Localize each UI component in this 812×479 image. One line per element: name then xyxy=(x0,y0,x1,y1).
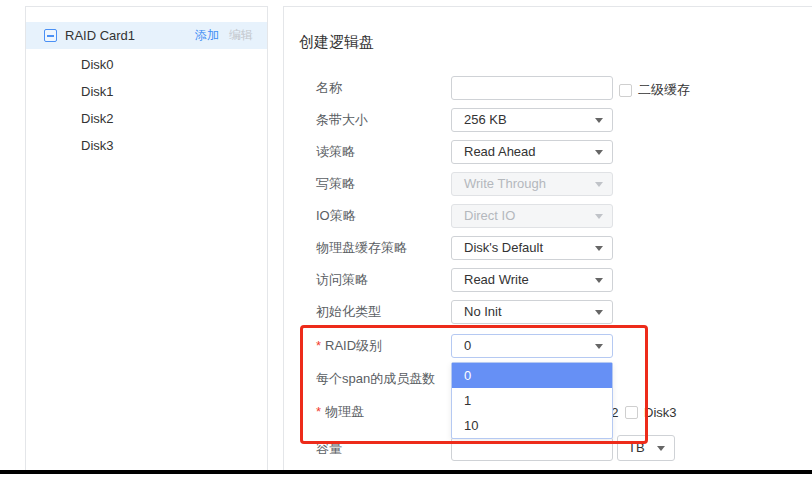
capacity-label: 容量 xyxy=(316,437,342,461)
read-policy-select[interactable]: Read Ahead xyxy=(451,140,613,164)
write-policy-label: 写策略 xyxy=(316,172,355,196)
secondary-cache-checkbox[interactable] xyxy=(619,84,632,97)
chevron-down-icon xyxy=(657,446,665,451)
chevron-down-icon xyxy=(595,118,603,123)
raid-level-option-10[interactable]: 10 xyxy=(452,413,612,438)
chevron-down-icon xyxy=(595,214,603,219)
access-policy-value: Read Write xyxy=(464,272,529,287)
form-row-write-policy: 写策略 Write Through xyxy=(284,172,812,196)
capacity-unit-select[interactable]: TB xyxy=(617,435,675,461)
tree-item-disk3[interactable]: Disk3 xyxy=(26,132,267,159)
physical-disks-label-text: 物理盘 xyxy=(325,404,364,419)
page-title: 创建逻辑盘 xyxy=(299,33,374,52)
stripe-size-label: 条带大小 xyxy=(316,108,368,132)
collapse-minus-icon[interactable] xyxy=(44,29,57,42)
tree-node-raid-card1[interactable]: RAID Card1 添加 编辑 xyxy=(26,22,267,49)
disk-cache-policy-label: 物理盘缓存策略 xyxy=(316,236,407,260)
name-label: 名称 xyxy=(316,76,342,100)
io-policy-select: Direct IO xyxy=(451,204,613,228)
raid-level-value: 0 xyxy=(464,338,471,353)
chevron-down-icon xyxy=(595,150,603,155)
disk3-checkbox-item[interactable]: Disk3 xyxy=(625,405,677,420)
physical-disks-label: *物理盘 xyxy=(316,400,364,424)
stripe-size-value: 256 KB xyxy=(464,112,507,127)
form-row-init-type: 初始化类型 No Init xyxy=(284,300,812,324)
form-row-io-policy: IO策略 Direct IO xyxy=(284,204,812,228)
secondary-cache-label: 二级缓存 xyxy=(638,81,690,99)
read-policy-value: Read Ahead xyxy=(464,144,536,159)
chevron-down-icon xyxy=(595,182,603,187)
chevron-down-icon xyxy=(595,310,603,315)
chevron-down-icon xyxy=(595,246,603,251)
raid-level-option-0[interactable]: 0 xyxy=(452,363,612,388)
raid-level-label: *RAID级别 xyxy=(316,334,382,358)
form-row-stripe-size: 条带大小 256 KB xyxy=(284,108,812,132)
required-asterisk: * xyxy=(316,338,321,353)
stripe-size-select[interactable]: 256 KB xyxy=(451,108,613,132)
disk-cache-policy-select[interactable]: Disk's Default xyxy=(451,236,613,260)
init-type-select[interactable]: No Init xyxy=(451,300,613,324)
form-row-name: 名称 二级缓存 xyxy=(284,76,812,100)
write-policy-select: Write Through xyxy=(451,172,613,196)
init-type-label: 初始化类型 xyxy=(316,300,381,324)
capacity-input[interactable] xyxy=(451,437,613,461)
io-policy-label: IO策略 xyxy=(316,204,356,228)
disk-cache-policy-value: Disk's Default xyxy=(464,240,543,255)
raid-level-dropdown-list: 0 1 10 xyxy=(451,362,613,439)
read-policy-label: 读策略 xyxy=(316,140,355,164)
disk-list: Disk0 Disk1 Disk2 Disk3 xyxy=(26,51,267,159)
create-logical-disk-panel: 创建逻辑盘 名称 二级缓存 条带大小 256 KB 读策略 Read Ahead xyxy=(283,6,812,470)
chevron-down-icon xyxy=(595,344,603,349)
raid-level-option-1[interactable]: 1 xyxy=(452,388,612,413)
init-type-value: No Init xyxy=(464,304,502,319)
raid-card-label: RAID Card1 xyxy=(65,28,135,43)
span-members-label: 每个span的成员盘数 xyxy=(316,367,435,391)
tree-item-disk2[interactable]: Disk2 xyxy=(26,105,267,132)
form-row-disk-cache-policy: 物理盘缓存策略 Disk's Default xyxy=(284,236,812,260)
tree-item-disk1[interactable]: Disk1 xyxy=(26,78,267,105)
raid-level-label-text: RAID级别 xyxy=(325,338,382,353)
disk-tree-panel: RAID Card1 添加 编辑 Disk0 Disk1 Disk2 Disk3 xyxy=(25,6,268,470)
access-policy-select[interactable]: Read Write xyxy=(451,268,613,292)
access-policy-label: 访问策略 xyxy=(316,268,368,292)
add-link[interactable]: 添加 xyxy=(195,27,219,44)
form-row-raid-level: *RAID级别 0 xyxy=(284,334,812,358)
form-row-access-policy: 访问策略 Read Write xyxy=(284,268,812,292)
required-asterisk: * xyxy=(316,404,321,419)
raid-level-select[interactable]: 0 xyxy=(451,334,613,358)
disk3-checkbox-label: Disk3 xyxy=(644,405,677,420)
capacity-unit-value: TB xyxy=(628,440,645,455)
form-row-capacity: 容量 TB xyxy=(284,437,812,461)
tree-item-disk0[interactable]: Disk0 xyxy=(26,51,267,78)
write-policy-value: Write Through xyxy=(464,176,546,191)
raid-config-screen: RAID Card1 添加 编辑 Disk0 Disk1 Disk2 Disk3… xyxy=(0,0,812,479)
io-policy-value: Direct IO xyxy=(464,208,515,223)
form-row-read-policy: 读策略 Read Ahead xyxy=(284,140,812,164)
disk3-checkbox[interactable] xyxy=(625,406,638,419)
edit-link[interactable]: 编辑 xyxy=(229,27,253,44)
chevron-down-icon xyxy=(595,278,603,283)
bottom-border-rule xyxy=(0,470,812,474)
name-input[interactable] xyxy=(451,76,613,100)
